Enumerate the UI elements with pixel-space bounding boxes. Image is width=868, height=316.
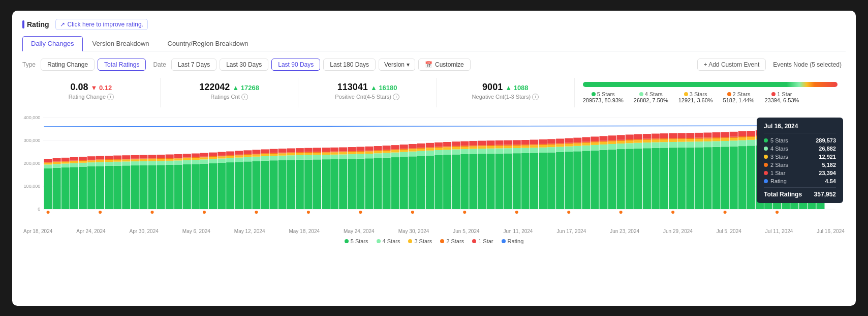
filter-last-30-days[interactable]: Last 30 Days: [220, 59, 268, 71]
svg-rect-60: [122, 159, 130, 159]
svg-rect-311: [547, 147, 555, 152]
svg-point-263: [463, 211, 466, 214]
filter-rating-change[interactable]: Rating Change: [41, 59, 95, 71]
svg-rect-88: [174, 164, 182, 209]
tab-daily-changes[interactable]: Daily Changes: [22, 36, 83, 51]
svg-rect-362: [634, 148, 642, 209]
tab-version-breakdown[interactable]: Version Breakdown: [84, 36, 158, 51]
svg-rect-193: [348, 152, 356, 154]
x-label-6: May 24, 2024: [344, 228, 375, 234]
legend-label-2stars: 2 Stars: [446, 238, 464, 244]
svg-rect-291: [513, 146, 521, 148]
svg-rect-412: [712, 132, 720, 137]
svg-rect-99: [192, 160, 200, 164]
svg-rect-402: [695, 132, 703, 137]
svg-rect-262: [460, 141, 469, 146]
chart-container[interactable]: 400,000 300,000 200,000 100,000 0 Jul 16…: [22, 112, 846, 224]
main-card: Rating ↗ Click here to improve rating. D…: [12, 11, 856, 306]
svg-rect-40: [87, 156, 96, 160]
svg-text:300,000: 300,000: [24, 138, 41, 143]
svg-rect-204: [365, 151, 373, 153]
svg-rect-376: [652, 133, 660, 138]
svg-rect-359: [626, 140, 634, 143]
info-icon-3[interactable]: i: [532, 94, 539, 100]
svg-rect-235: [417, 149, 425, 151]
svg-rect-14: [44, 159, 52, 162]
svg-rect-43: [96, 160, 104, 162]
legend-4stars: 4 Stars: [377, 238, 400, 244]
svg-rect-171: [313, 159, 321, 209]
svg-rect-355: [617, 135, 625, 139]
info-icon-0[interactable]: i: [107, 94, 114, 100]
info-icon-2[interactable]: i: [393, 94, 399, 100]
svg-line-475: [44, 126, 825, 127]
svg-rect-405: [703, 138, 711, 141]
svg-rect-307: [539, 145, 547, 147]
svg-rect-184: [330, 151, 338, 152]
svg-rect-349: [608, 140, 616, 141]
filter-total-ratings[interactable]: Total Ratings: [98, 59, 146, 71]
header-row: Rating ↗ Click here to improve rating.: [22, 19, 846, 30]
svg-rect-95: [183, 158, 191, 160]
svg-rect-30: [70, 157, 78, 160]
svg-rect-202: [365, 158, 373, 209]
svg-rect-83: [166, 164, 174, 209]
svg-rect-47: [105, 165, 113, 209]
svg-rect-145: [270, 160, 278, 209]
svg-rect-72: [148, 165, 156, 209]
improve-icon: ↗: [60, 21, 65, 28]
tab-country-breakdown[interactable]: Country/Region Breakdown: [159, 36, 257, 51]
svg-rect-103: [200, 163, 208, 209]
svg-rect-112: [209, 156, 217, 157]
filter-last-90-days[interactable]: Last 90 Days: [271, 59, 320, 71]
svg-rect-51: [105, 156, 113, 159]
svg-rect-160: [296, 159, 304, 209]
star-1-value: 23394, 6.53%: [764, 97, 799, 103]
chart-tooltip: Jul 16, 2024 5 Stars 289,573 4 Stars 26,…: [757, 118, 843, 203]
filter-last-7-days[interactable]: Last 7 Days: [171, 59, 216, 71]
legend-3stars: 3 Stars: [408, 238, 432, 244]
svg-rect-16: [53, 167, 61, 209]
svg-rect-407: [703, 132, 711, 137]
svg-rect-290: [513, 148, 521, 153]
svg-rect-109: [209, 163, 217, 209]
svg-rect-148: [270, 153, 278, 154]
svg-rect-164: [296, 148, 304, 152]
svg-rect-138: [252, 150, 260, 154]
svg-rect-118: [218, 152, 226, 155]
add-custom-event-button[interactable]: + Add Custom Event: [697, 59, 766, 71]
svg-rect-336: [591, 150, 599, 209]
svg-rect-217: [391, 157, 399, 209]
svg-rect-161: [296, 155, 304, 159]
customize-button[interactable]: 📅 Customize: [418, 59, 471, 71]
svg-rect-213: [383, 153, 391, 157]
x-label-9: Jun 11, 2024: [504, 228, 533, 234]
svg-rect-177: [322, 155, 330, 159]
svg-rect-93: [183, 164, 191, 209]
svg-rect-181: [330, 159, 338, 209]
svg-rect-24: [61, 161, 70, 161]
svg-rect-192: [348, 154, 356, 159]
stat-ratings-cnt-value: 122042 ▲ 17268: [166, 82, 293, 93]
svg-rect-238: [426, 155, 434, 209]
svg-rect-364: [634, 140, 642, 142]
svg-rect-328: [573, 143, 581, 146]
filter-last-180-days[interactable]: Last 180 Days: [323, 59, 376, 71]
svg-rect-429: [747, 146, 755, 209]
version-dropdown[interactable]: Version ▾: [379, 59, 415, 71]
svg-rect-220: [391, 149, 399, 150]
legend-dot-4stars: [377, 239, 381, 243]
svg-rect-347: [608, 143, 616, 149]
legend-label-3stars: 3 Stars: [414, 238, 432, 244]
svg-rect-101: [192, 157, 200, 158]
stat-positive-cnt: 113041 ▲ 16180 Positive Cnt(4-5 Stars) i: [298, 78, 437, 107]
improve-rating-button[interactable]: ↗ Click here to improve rating.: [55, 19, 148, 30]
svg-point-294: [515, 211, 518, 214]
svg-rect-273: [478, 140, 486, 145]
info-icon-1[interactable]: i: [241, 94, 248, 100]
chart-svg: 400,000 300,000 200,000 100,000 0: [22, 112, 846, 224]
svg-rect-316: [556, 147, 564, 152]
svg-rect-267: [469, 145, 477, 146]
stat-rating-change: 0.08 ▼ 0.12 Rating Change i: [22, 78, 161, 107]
x-label-13: Jul 5, 2024: [717, 228, 741, 234]
